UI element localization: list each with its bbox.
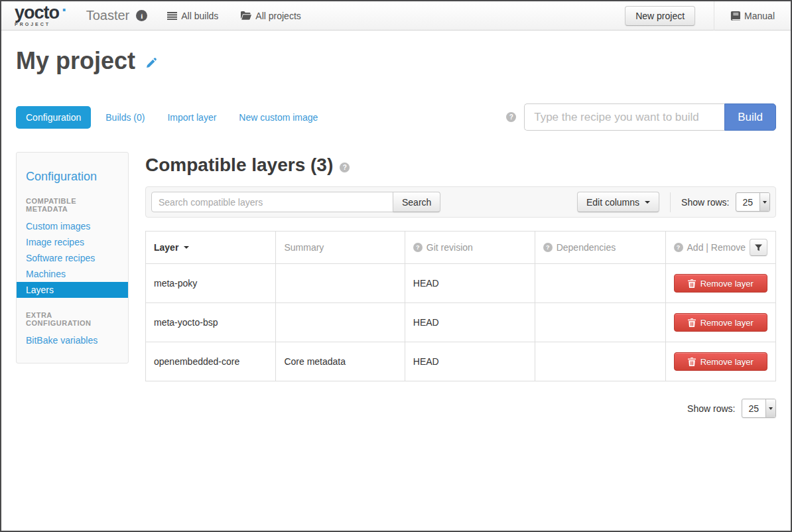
git-revision-help-icon[interactable]	[413, 243, 423, 252]
sidebar-item-layers[interactable]: Layers	[17, 282, 128, 298]
page-title: My project	[16, 48, 135, 74]
sidebar-item-image-recipes[interactable]: Image recipes	[17, 234, 128, 250]
add-remove-help-icon[interactable]	[674, 243, 683, 252]
controls-divider	[670, 192, 671, 212]
tab-builds[interactable]: Builds (0)	[105, 112, 145, 123]
nav-all-builds-label: All builds	[181, 11, 218, 21]
sidebar-item-bitbake-variables[interactable]: BitBake variables	[17, 332, 128, 348]
git-revision-cell: HEAD	[405, 264, 535, 303]
trash-icon	[688, 358, 696, 366]
column-header-layer[interactable]: Layer	[146, 232, 276, 264]
config-sidebar: Configuration COMPATIBLE METADATA Custom…	[16, 152, 129, 364]
layer-name-cell: openembedded-core	[146, 342, 276, 381]
yocto-logo-subtext: PROJECT	[15, 22, 59, 27]
git-revision-cell: HEAD	[405, 342, 535, 381]
tab-configuration[interactable]: Configuration	[16, 106, 91, 129]
nav-all-builds[interactable]: All builds	[167, 11, 218, 21]
nav-manual[interactable]: Manual	[730, 11, 775, 21]
search-layers-input[interactable]	[151, 192, 393, 212]
column-header-layer-label: Layer	[154, 242, 178, 253]
yocto-logo-dot-icon: ·	[62, 5, 68, 15]
dependencies-cell	[535, 303, 665, 342]
show-rows-select-bottom[interactable]: 25	[742, 399, 776, 418]
project-tabs-row: Configuration Builds (0) Import layer Ne…	[16, 103, 776, 131]
column-header-dependencies: Dependencies	[535, 232, 665, 264]
build-help-icon[interactable]	[506, 112, 516, 122]
dependencies-cell	[535, 342, 665, 381]
filter-funnel-icon	[755, 244, 762, 251]
edit-pencil-icon[interactable]	[145, 57, 157, 72]
compatible-layers-table: Layer Summary Git revision	[145, 231, 776, 381]
summary-cell	[276, 303, 405, 342]
table-header-row: Layer Summary Git revision	[146, 232, 776, 264]
page-content: My project Configuration Builds (0) Impo…	[1, 31, 791, 418]
yocto-logo[interactable]: yocto PROJECT ·	[15, 5, 68, 27]
select-arrow-icon	[765, 399, 775, 417]
remove-layer-label: Remove layer	[700, 318, 754, 328]
sidebar-item-software-recipes[interactable]: Software recipes	[17, 250, 128, 266]
remove-layer-button[interactable]: Remove layer	[674, 274, 767, 293]
column-header-git-revision: Git revision	[405, 232, 535, 264]
nav-all-projects-label: All projects	[255, 11, 300, 21]
filter-button[interactable]	[750, 239, 767, 256]
action-cell: Remove layer	[665, 303, 775, 342]
show-rows-label: Show rows:	[681, 197, 729, 208]
trash-icon	[688, 279, 696, 288]
top-navbar: yocto PROJECT · Toaster All builds All p…	[1, 1, 791, 31]
folder-open-icon	[241, 11, 251, 20]
show-rows-select[interactable]: 25	[736, 192, 770, 212]
remove-layer-label: Remove layer	[700, 279, 754, 289]
nav-manual-label: Manual	[744, 11, 775, 21]
sort-desc-icon	[184, 246, 189, 249]
table-controls-right: Edit columns Show rows: 25	[577, 192, 770, 212]
git-revision-cell: HEAD	[405, 303, 535, 342]
column-header-summary: Summary	[276, 232, 405, 264]
section-title-row: Compatible layers (3)	[145, 155, 776, 176]
sidebar-item-custom-images[interactable]: Custom images	[17, 218, 128, 234]
action-cell: Remove layer	[665, 264, 775, 303]
table-row: meta-poky HEAD Remove layer	[146, 264, 776, 303]
column-header-add-remove: Add | Remove	[665, 232, 775, 264]
column-header-add-remove-label: Add | Remove	[687, 242, 746, 253]
app-name: Toaster	[86, 8, 130, 23]
tab-new-custom-image[interactable]: New custom image	[239, 112, 318, 123]
remove-layer-button[interactable]: Remove layer	[674, 313, 767, 332]
column-header-git-label: Git revision	[427, 242, 473, 253]
navbar-right-group: New project Manual	[625, 1, 779, 30]
list-icon	[167, 12, 177, 20]
build-button[interactable]: Build	[724, 103, 776, 131]
main-panel: Compatible layers (3) Search Edit column…	[145, 152, 776, 418]
sidebar-heading-compatible-metadata: COMPATIBLE METADATA	[17, 197, 128, 213]
summary-cell	[276, 264, 405, 303]
column-header-summary-label: Summary	[284, 242, 324, 253]
build-recipe-input[interactable]	[524, 103, 724, 131]
yocto-logo-text: yocto	[15, 3, 59, 23]
chevron-down-icon	[645, 201, 650, 204]
book-icon	[730, 11, 740, 21]
action-cell: Remove layer	[665, 342, 775, 381]
edit-columns-label: Edit columns	[586, 197, 639, 208]
dependencies-help-icon[interactable]	[543, 243, 553, 252]
section-title: Compatible layers (3)	[145, 155, 333, 176]
dependencies-cell	[535, 264, 665, 303]
remove-layer-button[interactable]: Remove layer	[674, 352, 767, 371]
column-header-dependencies-label: Dependencies	[557, 242, 616, 253]
table-row: openembedded-core Core metadata HEAD Rem…	[146, 342, 776, 381]
edit-columns-button[interactable]: Edit columns	[577, 192, 659, 212]
show-rows-label: Show rows:	[687, 403, 735, 414]
tab-import-layer[interactable]: Import layer	[167, 112, 216, 123]
sidebar-item-machines[interactable]: Machines	[17, 266, 128, 282]
new-project-button[interactable]: New project	[625, 6, 695, 26]
summary-cell: Core metadata	[276, 342, 405, 381]
layer-name-cell: meta-yocto-bsp	[146, 303, 276, 342]
table-footer: Show rows: 25	[145, 399, 776, 418]
layer-name-cell: meta-poky	[146, 264, 276, 303]
compatible-layers-help-icon[interactable]	[340, 163, 350, 172]
info-icon[interactable]	[136, 10, 147, 21]
show-rows-value: 25	[742, 399, 765, 417]
search-button[interactable]: Search	[393, 192, 440, 212]
sidebar-item-configuration[interactable]: Configuration	[17, 170, 128, 184]
nav-all-projects[interactable]: All projects	[241, 11, 300, 21]
trash-icon	[688, 318, 696, 327]
build-form: Build	[506, 103, 776, 131]
